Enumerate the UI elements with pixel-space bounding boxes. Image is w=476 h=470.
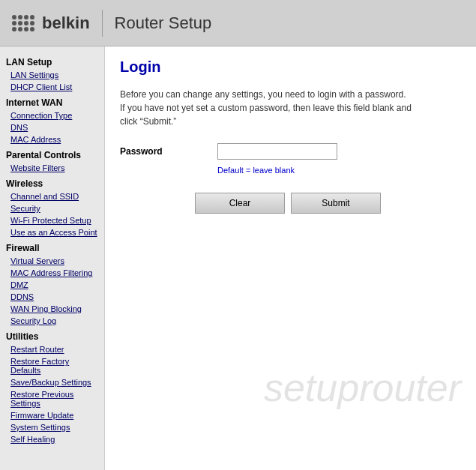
sidebar-item[interactable]: Virtual Servers: [0, 255, 104, 267]
description-line1: Before you can change any settings, you …: [120, 89, 406, 100]
login-title: Login: [120, 58, 461, 76]
sidebar-section-header: Firewall: [0, 238, 104, 255]
submit-button[interactable]: Submit: [291, 193, 381, 214]
login-form: Password Default = leave blank Clear Sub…: [120, 143, 461, 214]
sidebar-item[interactable]: DDNS: [0, 291, 104, 303]
logo-dots: [12, 15, 34, 31]
sidebar-section-header: LAN Setup: [0, 52, 104, 69]
password-label: Password: [120, 146, 217, 157]
sidebar-item[interactable]: LAN Settings: [0, 69, 104, 81]
sidebar-item[interactable]: Self Healing: [0, 433, 104, 445]
sidebar-item[interactable]: WAN Ping Blocking: [0, 303, 104, 315]
password-row: Password: [120, 143, 461, 160]
sidebar-item[interactable]: DNS: [0, 121, 104, 133]
sidebar-item[interactable]: DMZ: [0, 279, 104, 291]
sidebar-item[interactable]: Use as an Access Point: [0, 226, 104, 238]
sidebar-section-header: Utilities: [0, 327, 104, 343]
sidebar-item[interactable]: Save/Backup Settings: [0, 376, 104, 388]
sidebar-item[interactable]: Channel and SSID: [0, 190, 104, 202]
page-title: Router Setup: [115, 13, 212, 33]
sidebar-item[interactable]: Restore Factory Defaults: [0, 355, 104, 376]
description: Before you can change any settings, you …: [120, 88, 435, 128]
brand-name: belkin: [42, 13, 90, 33]
sidebar-item[interactable]: MAC Address: [0, 133, 104, 145]
logo-area: belkin: [12, 13, 90, 33]
sidebar-item[interactable]: Restore Previous Settings: [0, 388, 104, 409]
sidebar-item[interactable]: Firmware Update: [0, 409, 104, 421]
sidebar-item[interactable]: Website Filters: [0, 162, 104, 174]
sidebar-item[interactable]: Wi-Fi Protected Setup: [0, 214, 104, 226]
sidebar-item[interactable]: System Settings: [0, 421, 104, 433]
sidebar-item[interactable]: Security: [0, 202, 104, 214]
sidebar-item[interactable]: Security Log: [0, 315, 104, 327]
default-note: Default = leave blank: [217, 166, 461, 175]
description-line2: If you have not yet set a custom passwor…: [120, 103, 412, 113]
main-content: Login Before you can change any settings…: [105, 46, 476, 470]
sidebar-item[interactable]: Restart Router: [0, 343, 104, 355]
header: belkin Router Setup: [0, 0, 476, 46]
watermark: setuprouter: [264, 365, 461, 410]
description-line3: click “Submit.”: [120, 116, 176, 127]
sidebar-section-header: Internet WAN: [0, 93, 104, 109]
password-input[interactable]: [217, 143, 337, 160]
sidebar-item[interactable]: MAC Address Filtering: [0, 267, 104, 279]
clear-button[interactable]: Clear: [195, 193, 285, 214]
layout: LAN SetupLAN SettingsDHCP Client ListInt…: [0, 46, 476, 470]
sidebar-item[interactable]: Connection Type: [0, 109, 104, 121]
sidebar-item[interactable]: DHCP Client List: [0, 81, 104, 93]
button-row: Clear Submit: [195, 193, 461, 214]
sidebar-section-header: Parental Controls: [0, 145, 104, 162]
header-divider: [102, 10, 103, 37]
sidebar: LAN SetupLAN SettingsDHCP Client ListInt…: [0, 46, 105, 470]
sidebar-section-header: Wireless: [0, 174, 104, 190]
